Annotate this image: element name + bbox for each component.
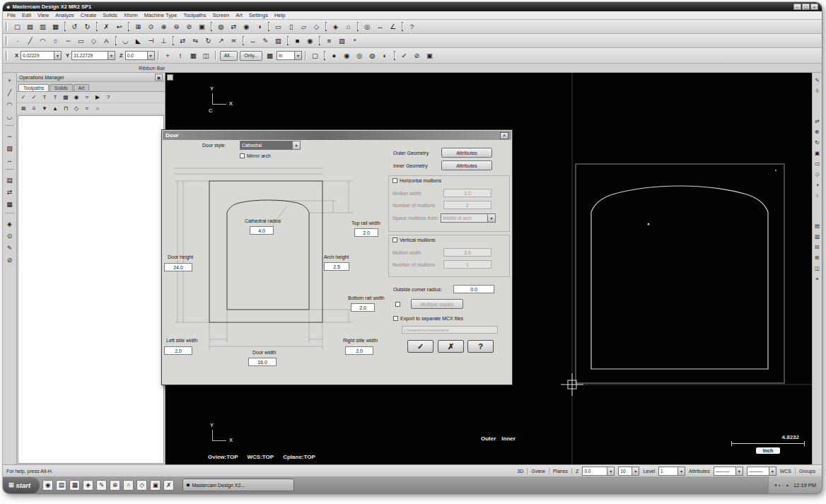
- minimize-button[interactable]: –: [793, 4, 801, 10]
- select-only-button[interactable]: Only...: [240, 51, 262, 61]
- bottom-rail-width-input[interactable]: 2.0: [351, 303, 375, 312]
- quickmask-splines-icon[interactable]: ◍: [366, 49, 378, 61]
- point-entity[interactable]: [775, 170, 776, 171]
- new-file-icon[interactable]: ▢: [11, 20, 23, 33]
- export-path-input[interactable]: c:\mcamx\mcx\router\door: [402, 326, 498, 334]
- analyze-position-icon[interactable]: ◎: [361, 20, 373, 33]
- selection-help-icon[interactable]: ▣: [424, 49, 436, 61]
- layer-detail-icon[interactable]: ▥: [813, 232, 822, 241]
- mirror-arch-checkbox[interactable]: Mirror arch: [240, 153, 271, 158]
- clear-colors-icon[interactable]: ⊘: [411, 49, 423, 61]
- select-last-icon[interactable]: ▢: [309, 49, 321, 61]
- cancel-button[interactable]: ✗: [438, 340, 464, 353]
- menu-item-edit[interactable]: Edit: [22, 12, 31, 18]
- wcs-origin-icon[interactable]: ⌂: [342, 20, 354, 33]
- level-manager-icon[interactable]: ≡: [323, 35, 335, 47]
- sketcher-line-icon[interactable]: ╱: [4, 87, 16, 98]
- shade-icon[interactable]: ◑: [253, 20, 265, 33]
- save-file-icon[interactable]: ▥: [37, 20, 49, 33]
- zoom-window-icon[interactable]: ⊞: [132, 20, 144, 33]
- toggle-toolpath-display-icon[interactable]: ≡: [29, 104, 39, 114]
- toolbar-grip-icon[interactable]: [6, 51, 8, 60]
- outer-attributes-button[interactable]: Attributes: [441, 148, 492, 158]
- xform-translate-icon[interactable]: ⇄: [177, 35, 189, 47]
- quicklaunch-notes-icon[interactable]: ✎: [96, 480, 107, 491]
- help-button[interactable]: ?: [467, 340, 494, 353]
- operations-list[interactable]: [18, 115, 164, 464]
- gview-front-icon[interactable]: ▯: [285, 20, 297, 33]
- inner-attributes-button[interactable]: Attributes: [441, 160, 492, 170]
- view-rotate-icon[interactable]: ↻: [813, 138, 822, 147]
- quicklaunch-mail-icon[interactable]: ▦: [69, 480, 80, 491]
- gview-top-icon[interactable]: ▭: [272, 20, 284, 33]
- help-icon[interactable]: ?: [406, 20, 418, 33]
- zoom-target-icon[interactable]: ⊙: [145, 20, 157, 33]
- sketch-pencil-icon[interactable]: ✎: [813, 76, 822, 85]
- wcs-button[interactable]: WCS: [780, 469, 791, 474]
- zoom-in-icon[interactable]: ⊕: [158, 20, 170, 33]
- print-icon[interactable]: ▦: [50, 20, 62, 33]
- mode-3d-button[interactable]: 3D: [517, 469, 523, 474]
- analyze-distance-icon[interactable]: ↔: [374, 20, 386, 33]
- trim-break-icon[interactable]: ⊣: [145, 35, 157, 47]
- parameters-icon[interactable]: ≈: [82, 104, 92, 114]
- panel-expand-icon[interactable]: [167, 74, 173, 81]
- groups-button[interactable]: Groups: [799, 469, 815, 474]
- line-width-dropdown[interactable]: ———: [747, 467, 776, 476]
- menu-item-view[interactable]: View: [37, 12, 49, 18]
- create-rectangle-icon[interactable]: ▭: [75, 35, 87, 47]
- redo-icon[interactable]: ↻: [81, 20, 93, 33]
- planes-icon[interactable]: ◈: [330, 20, 342, 33]
- toolbar-grip-icon[interactable]: [6, 22, 8, 31]
- surfaces-icon[interactable]: ▨: [4, 143, 16, 154]
- gview-isometric-icon[interactable]: ◇: [310, 20, 322, 33]
- join-entities-icon[interactable]: ⊥: [158, 35, 170, 47]
- quickmask-surfaces-icon[interactable]: ◐: [379, 49, 391, 61]
- fillet-icon[interactable]: ◡: [120, 35, 132, 47]
- quicklaunch-tool-b-icon[interactable]: ○: [123, 480, 134, 491]
- v-mullion-count-input[interactable]: 1: [443, 260, 491, 269]
- create-letters-icon[interactable]: A: [100, 35, 112, 47]
- xform-mirror-icon[interactable]: ⇋: [190, 35, 202, 47]
- layer-list-icon[interactable]: ▤: [813, 221, 822, 230]
- selection-mode-dropdown[interactable]: In: [277, 51, 302, 60]
- v-mullion-width-input[interactable]: 2.0: [443, 248, 491, 257]
- utility-snap-icon[interactable]: ⊙: [4, 230, 16, 242]
- quickmask-lines-icon[interactable]: ◉: [341, 49, 353, 61]
- backplot-icon[interactable]: ▦: [61, 93, 71, 102]
- quicklaunch-tool-e-icon[interactable]: ✗: [163, 480, 174, 491]
- xform-menu-icon[interactable]: ⇄: [4, 187, 16, 198]
- open-file-icon[interactable]: ▤: [24, 20, 36, 33]
- outside-corner-radius-input[interactable]: 0.0: [453, 285, 494, 293]
- x-coordinate-input[interactable]: 0.02229: [21, 51, 62, 60]
- chamfer-icon[interactable]: ◣: [132, 35, 144, 47]
- post-icon[interactable]: ≈: [82, 93, 92, 102]
- menu-item-analyze[interactable]: Analyze: [55, 12, 74, 18]
- multiple-copies-button[interactable]: Multiple copies: [411, 299, 463, 309]
- point-entity[interactable]: [648, 223, 650, 225]
- verify-icon[interactable]: ◉: [71, 93, 81, 102]
- geometry-icon[interactable]: ◇: [71, 104, 81, 114]
- quickmask-arcs-icon[interactable]: ◎: [354, 49, 366, 61]
- lock-icon[interactable]: ⊠: [18, 104, 28, 114]
- collapse-icon[interactable]: ⊟: [813, 242, 822, 252]
- create-point-icon[interactable]: ∙: [11, 35, 23, 47]
- line-style-dropdown-icon[interactable]: ◫: [200, 49, 212, 61]
- menu-item-create[interactable]: Create: [81, 12, 97, 18]
- gview-button[interactable]: Gview: [531, 469, 545, 474]
- zoom-out-icon[interactable]: ⊖: [170, 20, 182, 33]
- utility-note-icon[interactable]: ✎: [4, 242, 16, 254]
- regen-all-icon[interactable]: T: [50, 93, 60, 102]
- create-circle-icon[interactable]: ○: [50, 35, 62, 47]
- cursor-position-icon[interactable]: !: [175, 49, 187, 61]
- select-validate-icon[interactable]: ✓: [398, 49, 410, 61]
- line-style-dropdown[interactable]: ———: [714, 467, 743, 476]
- select-all-button[interactable]: All...: [220, 51, 238, 61]
- sketcher-arc-icon[interactable]: ◠: [4, 99, 16, 110]
- quickmask-points-icon[interactable]: ●: [328, 49, 340, 61]
- create-polygon-icon[interactable]: ◇: [88, 35, 100, 47]
- move-up-icon[interactable]: ▲: [50, 104, 60, 114]
- curves-icon[interactable]: ∼: [4, 131, 16, 142]
- menu-item-help[interactable]: Help: [274, 12, 285, 18]
- quicklaunch-explorer-icon[interactable]: ▤: [56, 480, 66, 491]
